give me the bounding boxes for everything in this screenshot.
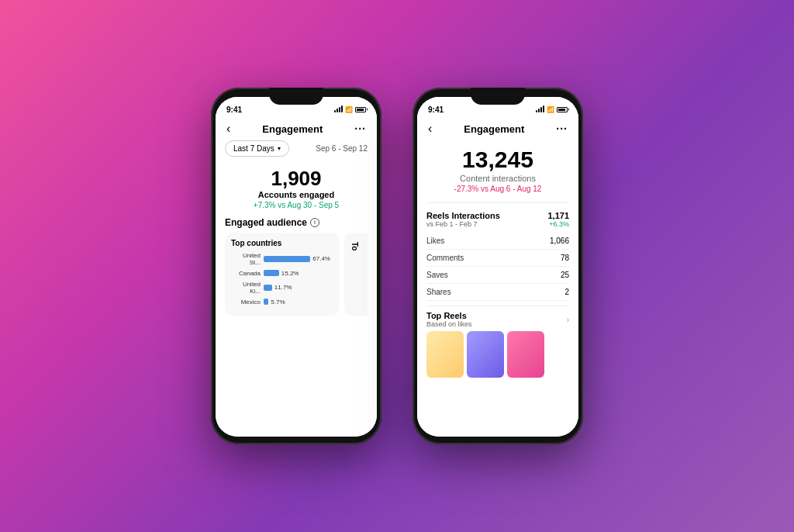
nav-bar-1: ‹ Engagement ··· [216, 119, 377, 140]
top-reels-header: Top Reels Based on likes › [426, 311, 569, 328]
list-item: Canada 15.2% [231, 270, 333, 277]
back-button-1[interactable]: ‹ [226, 122, 230, 136]
reel-thumbnail-2[interactable] [467, 331, 504, 378]
bar-container: 11.7% [264, 284, 333, 291]
bar-pct: 11.7% [274, 284, 292, 291]
reel-thumbnail-1[interactable] [426, 331, 464, 378]
top-reels-section: Top Reels Based on likes › [426, 311, 569, 378]
date-range-label: Sep 6 - Sep 12 [316, 144, 368, 153]
time-2: 9:41 [428, 105, 444, 114]
country-name: United St... [231, 252, 261, 266]
bar-container: 15.2% [264, 270, 333, 277]
bar [264, 299, 268, 305]
wifi-icon-1: 📶 [345, 106, 353, 113]
content-interactions-label: Content interactions [426, 174, 569, 183]
back-button-2[interactable]: ‹ [428, 122, 432, 136]
chevron-down-icon: ▾ [278, 145, 281, 152]
top-reels-left: Top Reels Based on likes [426, 311, 472, 328]
stat-name: Comments [426, 254, 464, 262]
page-title-1: Engagement [262, 123, 323, 135]
content-interactions-number: 13,245 [426, 147, 569, 173]
bar [264, 285, 272, 291]
more-button-2[interactable]: ··· [556, 123, 568, 135]
big-metric: 13,245 Content interactions -27.3% vs Au… [426, 140, 569, 198]
status-icons-1: 📶 [334, 106, 366, 113]
info-icon[interactable]: i [310, 218, 319, 227]
stat-value: 78 [561, 254, 569, 262]
country-name: Canada [231, 270, 261, 277]
stat-name: Shares [426, 288, 451, 296]
bar [264, 256, 310, 262]
screen-1: 9:41 📶 ‹ Engagement [216, 97, 377, 437]
battery-icon-2 [557, 107, 568, 112]
reels-left: Reels Interactions vs Feb 1 - Feb 7 [426, 211, 500, 228]
signal-icon-1 [334, 106, 343, 112]
accounts-engaged-label: Accounts engaged [225, 190, 368, 199]
chevron-right-icon[interactable]: › [567, 316, 569, 324]
notch-1 [269, 88, 323, 105]
stat-value: 2 [564, 288, 569, 296]
page-title-2: Engagement [464, 123, 524, 135]
bar-container: 67.4% [264, 255, 333, 262]
stat-name: Likes [426, 237, 444, 245]
thumbnails-row [426, 331, 569, 378]
more-button-1[interactable]: ··· [354, 123, 366, 135]
top-reels-sub: Based on likes [426, 320, 472, 328]
content-2: 13,245 Content interactions -27.3% vs Au… [417, 140, 578, 437]
filter-label: Last 7 Days [233, 144, 274, 153]
signal-icon-2 [536, 106, 544, 112]
reels-value-block: 1,171 +6.3% [547, 211, 569, 228]
content-1: Last 7 Days ▾ Sep 6 - Sep 12 1,909 Accou… [216, 140, 377, 437]
list-item: Shares 2 [426, 284, 569, 301]
phone-2: 9:41 📶 ‹ Engagement [413, 88, 583, 444]
stat-name: Saves [426, 271, 448, 279]
reels-change: +6.3% [547, 220, 569, 228]
status-icons-2: 📶 [536, 106, 568, 113]
content-interactions-change: -27.3% vs Aug 6 - Aug 12 [426, 185, 569, 193]
notch-2 [471, 88, 525, 105]
reel-thumbnail-3[interactable] [507, 331, 544, 378]
engaged-audience-title: Engaged audience i [225, 217, 368, 228]
phone-frame-2: 9:41 📶 ‹ Engagement [413, 88, 583, 444]
cards-row: Top countries United St... 67.4% Canada [225, 233, 368, 316]
reels-number: 1,171 [547, 211, 569, 220]
phone-1: 9:41 📶 ‹ Engagement [211, 88, 381, 444]
divider-1 [426, 202, 569, 203]
top-countries-card: Top countries United St... 67.4% Canada [225, 233, 340, 316]
bar-pct: 5.7% [271, 299, 285, 306]
screen-2: 9:41 📶 ‹ Engagement [417, 97, 578, 437]
divider-2 [426, 306, 569, 306]
accounts-engaged-change: +7.3% vs Aug 30 - Sep 5 [225, 201, 368, 209]
list-item: United St... 67.4% [231, 252, 333, 266]
date-filter-pill[interactable]: Last 7 Days ▾ [225, 140, 289, 157]
top-cities-title-partial: To [350, 242, 359, 250]
list-item: Comments 78 [426, 250, 569, 267]
top-reels-title: Top Reels [426, 311, 472, 320]
country-name: Mexico [231, 299, 261, 306]
stat-value: 25 [561, 271, 569, 279]
main-metric: 1,909 Accounts engaged +7.3% vs Aug 30 -… [225, 168, 368, 209]
top-cities-card-partial: To [344, 233, 368, 316]
bar [264, 270, 279, 276]
filter-row: Last 7 Days ▾ Sep 6 - Sep 12 [225, 140, 368, 157]
bar-pct: 67.4% [312, 255, 330, 262]
accounts-engaged-number: 1,909 [225, 168, 368, 190]
nav-bar-2: ‹ Engagement ··· [417, 119, 578, 140]
reels-header: Reels Interactions vs Feb 1 - Feb 7 1,17… [426, 211, 569, 228]
list-item: Saves 25 [426, 267, 569, 284]
list-item: Likes 1,066 [426, 233, 569, 250]
list-item: Mexico 5.7% [231, 299, 333, 306]
battery-icon-1 [355, 107, 366, 112]
country-name: United Ki... [231, 281, 261, 295]
bar-pct: 15.2% [281, 270, 299, 277]
top-countries-title: Top countries [231, 239, 333, 247]
phone-frame-1: 9:41 📶 ‹ Engagement [211, 88, 381, 444]
reels-interactions-title: Reels Interactions [426, 211, 500, 220]
time-1: 9:41 [226, 105, 242, 114]
bar-container: 5.7% [264, 299, 333, 306]
stat-value: 1,066 [550, 237, 569, 245]
reels-section: Reels Interactions vs Feb 1 - Feb 7 1,17… [426, 208, 569, 233]
reels-date-sub: vs Feb 1 - Feb 7 [426, 220, 500, 228]
list-item: United Ki... 11.7% [231, 281, 333, 295]
wifi-icon-2: 📶 [547, 106, 554, 113]
